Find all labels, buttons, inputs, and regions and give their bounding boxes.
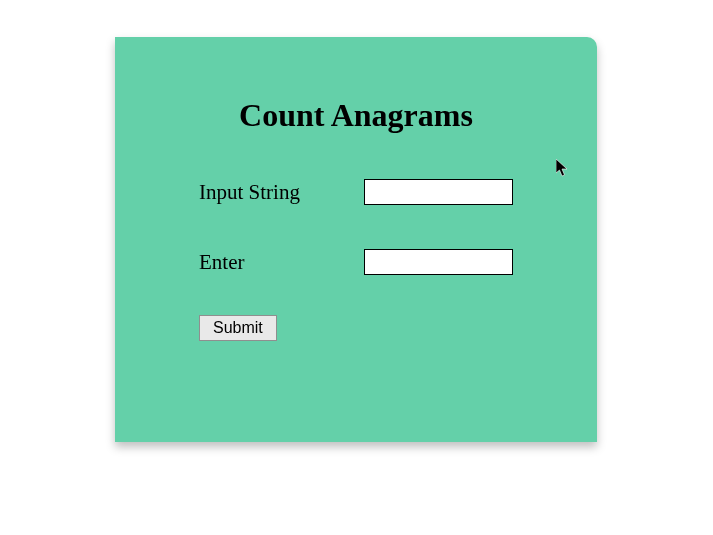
input-string-label: Input String [199,180,364,205]
anagram-form: Input String Enter Submit [115,179,597,341]
page-title: Count Anagrams [115,97,597,134]
form-row: Input String [199,179,597,205]
input-string-field[interactable] [364,179,513,205]
anagram-card: Count Anagrams Input String Enter Submit [115,37,597,442]
enter-field[interactable] [364,249,513,275]
enter-label: Enter [199,250,364,275]
submit-button[interactable]: Submit [199,315,277,341]
form-row: Enter [199,249,597,275]
